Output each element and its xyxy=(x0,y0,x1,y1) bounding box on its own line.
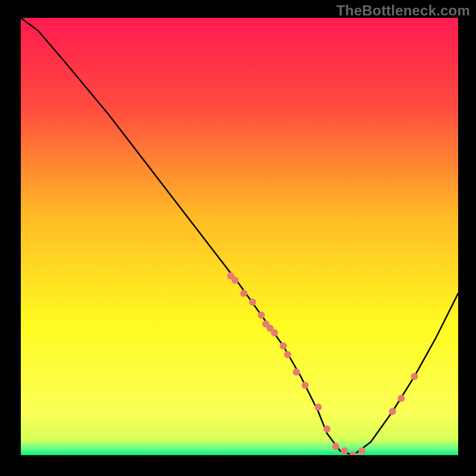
data-point xyxy=(240,290,248,297)
data-point xyxy=(397,394,405,402)
data-point xyxy=(293,368,300,375)
chart-svg xyxy=(21,18,458,455)
chart-frame: TheBottleneck.com xyxy=(0,0,476,476)
data-point xyxy=(389,408,396,415)
data-point xyxy=(302,381,309,389)
data-point xyxy=(358,447,365,455)
data-point xyxy=(284,351,291,358)
data-point xyxy=(341,447,348,455)
data-point xyxy=(324,425,331,433)
data-point xyxy=(315,403,322,411)
data-point xyxy=(280,342,287,349)
data-point xyxy=(231,277,239,284)
watermark-text: TheBottleneck.com xyxy=(336,2,470,19)
data-point xyxy=(249,299,256,306)
data-point xyxy=(411,373,418,380)
data-point xyxy=(332,443,339,450)
chart-plot-area xyxy=(21,18,458,455)
data-point xyxy=(258,312,265,319)
data-point xyxy=(271,329,278,336)
gradient-background xyxy=(21,18,458,455)
